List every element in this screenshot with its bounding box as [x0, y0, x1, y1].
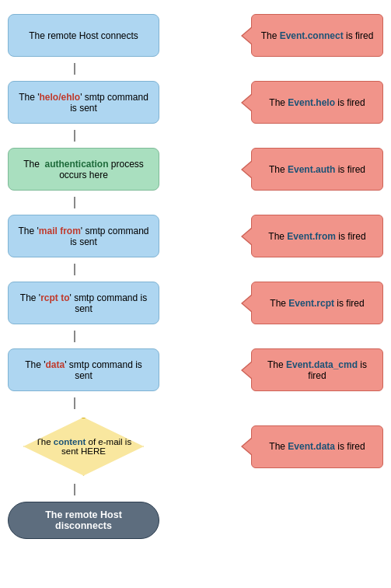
connector-line-1 — [74, 63, 75, 75]
row-6: The 'data' smtp command is sent The Even… — [0, 342, 391, 397]
right-box-5: The Event.rcpt is fired — [251, 282, 383, 324]
diagram: The remote Host connects The Event.conne… — [0, 0, 391, 553]
event-name-2: Event.helo — [288, 97, 335, 108]
connector-line-5 — [74, 331, 75, 342]
cmd-rcptto: rcpt to — [40, 292, 69, 303]
row-3: The authentication process occurs here T… — [0, 142, 391, 197]
row-7: The content of e-mail is sent HERE The E… — [0, 409, 391, 484]
left-box-5: The 'rcpt to' smtp command is sent — [8, 282, 159, 324]
right-box-2: The Event.helo is fired — [251, 81, 383, 124]
connector-line-6 — [74, 397, 75, 409]
connector-line-7 — [74, 484, 75, 495]
diamond-text: The content of e-mail is sent HERE — [33, 437, 134, 456]
right-box-4: The Event.from is fired — [251, 215, 383, 257]
event-name-6: Event.data_cmd — [286, 359, 358, 370]
row-4: The 'mail from' smtp command is sent The… — [0, 208, 391, 264]
left-box-6: The 'data' smtp command is sent — [8, 348, 159, 391]
row-2: The 'helo/ehlo' smtp command is sent The… — [0, 75, 391, 130]
left-box-3: The authentication process occurs here — [8, 148, 159, 191]
connector-4 — [0, 264, 391, 275]
row-5: The 'rcpt to' smtp command is sent The E… — [0, 275, 391, 331]
right-box-7: The Event.data is fired — [251, 425, 383, 468]
left-text-6: The 'data' smtp command is sent — [16, 359, 151, 381]
diamond-container: The content of e-mail is sent HERE — [8, 415, 159, 478]
connector-2 — [0, 130, 391, 142]
content-highlight: content — [54, 437, 86, 446]
right-box-1: The Event.connect is fired — [251, 14, 383, 57]
right-text-3: The Event.auth is fired — [269, 164, 365, 175]
row-8: The remote Host disconnects — [0, 495, 391, 545]
cmd-helo: helo/ehlo — [39, 92, 80, 103]
right-text-6: The Event.data_cmd is fired — [260, 359, 375, 381]
cmd-data: data — [45, 359, 65, 370]
event-name-1: Event.connect — [280, 30, 344, 41]
left-text-1: The remote Host connects — [29, 30, 138, 41]
right-text-1: The Event.connect is fired — [261, 30, 374, 41]
connector-1 — [0, 63, 391, 75]
event-name-4: Event.from — [287, 231, 336, 242]
left-text-5: The 'rcpt to' smtp command is sent — [16, 292, 151, 314]
disconnect-pill: The remote Host disconnects — [8, 502, 159, 539]
right-text-4: The Event.from is fired — [268, 231, 365, 242]
left-box-1: The remote Host connects — [8, 14, 159, 57]
left-text-2: The 'helo/ehlo' smtp command is sent — [16, 92, 151, 114]
right-box-6: The Event.data_cmd is fired — [251, 348, 383, 391]
left-text-3: The authentication process occurs here — [16, 159, 151, 180]
connector-6 — [0, 397, 391, 409]
connector-5 — [0, 331, 391, 342]
right-text-2: The Event.helo is fired — [269, 97, 365, 108]
row-1: The remote Host connects The Event.conne… — [0, 8, 391, 63]
event-name-3: Event.auth — [288, 164, 335, 175]
disconnect-text: The remote Host disconnects — [18, 509, 149, 531]
left-box-2: The 'helo/ehlo' smtp command is sent — [8, 81, 159, 124]
left-box-4: The 'mail from' smtp command is sent — [8, 215, 159, 257]
connector-line-4 — [74, 264, 75, 275]
event-name-7: Event.data — [288, 441, 335, 452]
connector-line-2 — [74, 130, 75, 142]
connector-line-3 — [74, 197, 75, 208]
event-name-5: Event.rcpt — [288, 298, 334, 309]
right-box-3: The Event.auth is fired — [251, 148, 383, 191]
connector-3 — [0, 197, 391, 208]
cmd-auth: authentication — [44, 159, 108, 170]
left-text-4: The 'mail from' smtp command is sent — [16, 226, 151, 247]
right-text-7: The Event.data is fired — [269, 441, 365, 452]
right-text-5: The Event.rcpt is fired — [270, 298, 364, 309]
connector-7 — [0, 484, 391, 495]
diamond-box: The content of e-mail is sent HERE — [23, 418, 144, 476]
cmd-mailfrom: mail from — [39, 226, 81, 236]
